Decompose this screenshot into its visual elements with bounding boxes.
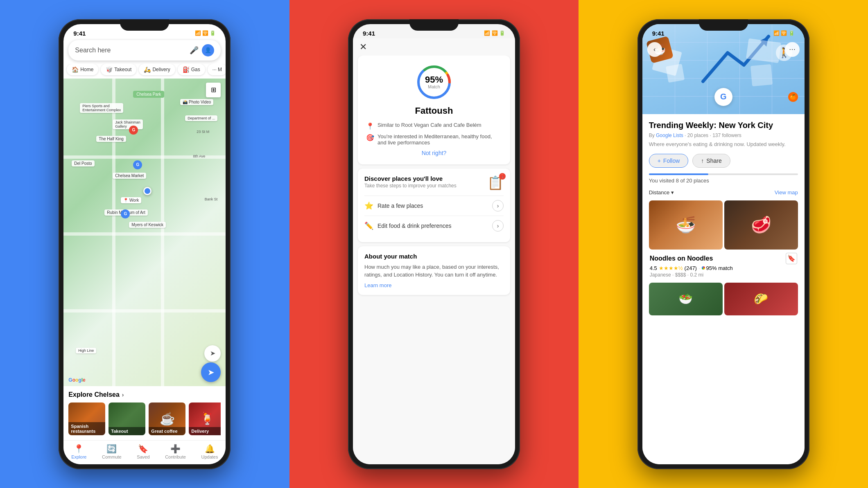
avatar[interactable]: 👤: [202, 44, 214, 56]
navigation-button[interactable]: ➤: [201, 362, 221, 382]
map-area[interactable]: Chelsea Park Piers Sports andEntertainme…: [63, 79, 226, 386]
food-image-4: 🌮: [724, 283, 798, 315]
tab-takeout[interactable]: 🥡 Takeout: [101, 64, 136, 75]
share-icon: ↑: [701, 157, 704, 164]
visited-text: You visited 8 of 20 places: [649, 178, 798, 184]
view-map-link[interactable]: View map: [775, 189, 798, 196]
nav-commute[interactable]: 🔄 Commute: [102, 444, 122, 459]
about-title: About your match: [364, 253, 504, 260]
search-input[interactable]: Search here: [75, 47, 186, 54]
about-card: About your match How much you may like a…: [358, 246, 510, 295]
edit-icon: ✏️: [364, 221, 373, 230]
tab-home[interactable]: 🏠 Home: [67, 64, 98, 75]
notch: [120, 19, 169, 31]
phone-maps: 9:41 📶 🛜 🔋 Search here 🎤 👤 🏠 Home: [59, 19, 231, 469]
not-right-link[interactable]: Not right?: [366, 150, 502, 156]
tab-delivery[interactable]: 🛵 Delivery: [139, 64, 175, 75]
star-icons: ★★★★½: [659, 265, 683, 271]
tab-more[interactable]: ··· M: [208, 64, 226, 75]
explore-label-coffee: Great coffee: [149, 427, 185, 435]
explore-item-delivery[interactable]: 🍹 Delivery: [189, 403, 221, 435]
list-actions: + Follow ↑ Share: [649, 154, 798, 168]
explore-item-takeout[interactable]: Takeout: [108, 403, 145, 435]
search-bar[interactable]: Search here 🎤 👤: [68, 40, 221, 61]
follow-button[interactable]: + Follow: [649, 154, 689, 168]
match-percent-value: 95%: [425, 75, 443, 84]
discover-title: Discover places you'll love: [364, 175, 457, 182]
tab-gas[interactable]: ⛽ Gas: [178, 64, 205, 75]
explore-item-coffee[interactable]: ☕ Great coffee: [149, 403, 185, 435]
panel-lists: 9:41 📶 🛜 🔋: [579, 0, 868, 488]
category-tabs: 🏠 Home 🥡 Takeout 🛵 Delivery ⛽ Gas: [63, 64, 226, 79]
list-title: Trending Weekly: New York City: [649, 121, 798, 130]
close-button[interactable]: ✕: [353, 38, 373, 56]
match-dot-icon: [702, 266, 705, 270]
list-description: Where everyone's eating & drinking now. …: [649, 141, 798, 148]
status-time-2: 9:41: [363, 30, 375, 37]
plus-icon: +: [658, 157, 661, 164]
progress-bar-bg: [649, 173, 798, 175]
rate-arrow-icon[interactable]: ›: [492, 200, 504, 211]
more-button[interactable]: ⋯: [785, 42, 800, 57]
explore-title: Explore Chelsea: [68, 391, 120, 398]
orange-marker: 🍊: [788, 92, 798, 102]
food-image-1: 🍜: [649, 200, 723, 250]
map-label-jack: Jack ShainmanGallery: [113, 119, 143, 129]
match-content: ✕: [353, 38, 515, 464]
share-button[interactable]: ↑ Share: [692, 154, 730, 168]
map-label-highline: High Line: [76, 348, 96, 353]
status-bar-3: 9:41 📶 🛜 🔋: [642, 24, 805, 38]
status-icons-3: 📶 🛜 🔋: [773, 30, 795, 36]
nav-saved[interactable]: 🔖 Saved: [137, 444, 149, 459]
panel-maps: 9:41 📶 🛜 🔋 Search here 🎤 👤 🏠 Home: [0, 0, 289, 488]
street-23: 23 St M: [197, 130, 209, 134]
place-name: Fattoush: [366, 106, 502, 116]
discover-header-text: Discover places you'll love Take these s…: [364, 175, 457, 189]
mic-icon[interactable]: 🎤: [190, 46, 199, 55]
by-google-lists[interactable]: Google Lists: [656, 133, 683, 138]
edit-arrow-icon[interactable]: ›: [492, 220, 504, 232]
list-detail: Trending Weekly: New York City By Google…: [642, 114, 805, 464]
food-image-3: 🥗: [649, 283, 723, 315]
bookmark-button[interactable]: 🔖: [786, 253, 797, 264]
map-pin-chelsea: G: [133, 160, 142, 169]
restaurant-name: Noodles on Noodles: [650, 255, 713, 262]
explore-arrow-icon[interactable]: ›: [122, 391, 124, 398]
street-bank: Bank St: [205, 197, 218, 201]
nav-contribute[interactable]: ➕ Contribute: [165, 444, 186, 459]
distance-filter[interactable]: Distance ▾: [649, 189, 674, 196]
filter-row: Distance ▾ View map: [649, 189, 798, 196]
edit-label: Edit food & drink preferences: [377, 223, 452, 229]
map-deco-square4: [750, 64, 773, 86]
discover-subtitle: Take these steps to improve your matches: [364, 183, 457, 189]
about-text: How much you may like a place, based on …: [364, 263, 504, 279]
explore-section: Explore Chelsea › Spanish restaurants Ta…: [63, 386, 226, 440]
learn-more-link[interactable]: Learn more: [364, 282, 504, 288]
reason-2: 🎯 You're interested in Mediterranean, he…: [366, 133, 502, 146]
explore-item-spanish[interactable]: Spanish restaurants: [68, 403, 105, 435]
rest-name-row: Noodles on Noodles 🔖: [650, 253, 797, 264]
maps-content: Search here 🎤 👤 🏠 Home 🥡 Takeout: [63, 38, 226, 464]
match-card: 95% Match Fattoush 📍 Similar to Root Veg…: [358, 56, 510, 164]
rate-icon: ⭐: [364, 201, 373, 210]
layers-button[interactable]: ⊞: [206, 83, 221, 97]
location-button[interactable]: ➤: [204, 345, 221, 362]
nav-explore[interactable]: 📍 Explore: [71, 444, 86, 459]
nav-updates[interactable]: 🔔 Updates: [201, 444, 218, 459]
panel-match: 9:41 📶 🛜 🔋 ✕: [289, 0, 579, 488]
progress-container: [649, 173, 798, 175]
rate-places-action[interactable]: ⭐ Rate a few places ›: [364, 196, 504, 216]
progress-bar-fill: [649, 173, 709, 175]
back-button[interactable]: ‹: [647, 42, 662, 57]
notch-2: [409, 19, 459, 31]
explore-label-takeout: Takeout: [108, 427, 145, 435]
rate-label: Rate a few places: [377, 202, 423, 209]
status-icons-2: 📶 🛜 🔋: [484, 30, 505, 36]
status-time-1: 9:41: [73, 30, 86, 37]
explore-header: Explore Chelsea ›: [68, 391, 221, 398]
location-pin-icon: 📍: [366, 122, 374, 130]
match-tag: 95% match: [702, 265, 733, 271]
edit-prefs-action[interactable]: ✏️ Edit food & drink preferences ›: [364, 216, 504, 236]
restaurant-info: Noodles on Noodles 🔖 4.5 ★★★★½ (247) ·: [649, 253, 798, 278]
food-image-2: 🥩: [724, 200, 798, 250]
